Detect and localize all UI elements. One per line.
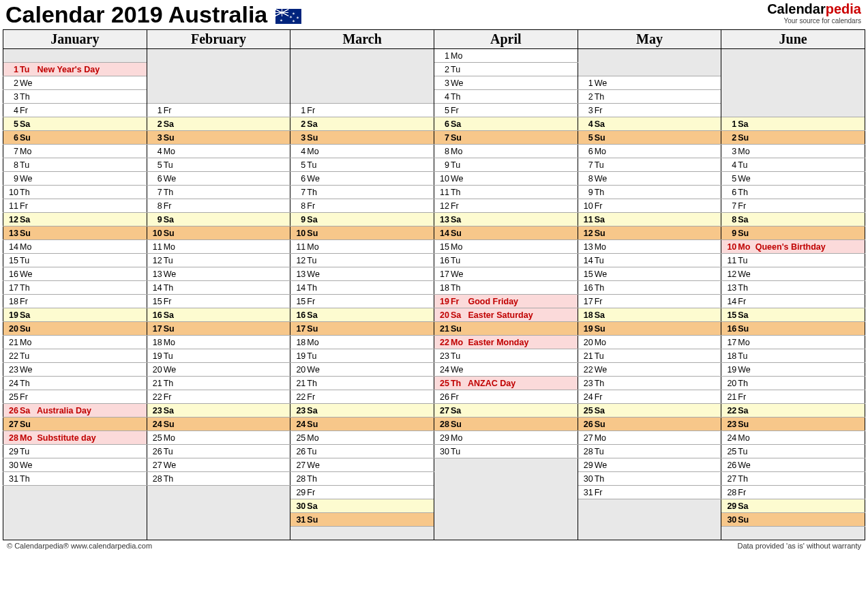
day-of-week: Tu [164,351,179,361]
day-cell: 4Sa [578,117,721,131]
day-number: 16 [150,310,162,320]
day-number: 9 [437,160,449,170]
day-number: 11 [150,242,162,252]
day-of-week: Su [20,420,35,429]
day-cell: 12Su [578,226,721,240]
day-cell: 7Th [290,186,434,199]
day-number: 23 [724,420,736,429]
holiday-label: Easter Saturday [466,310,533,320]
day-of-week: Th [20,474,35,484]
day-of-week: Su [595,420,610,429]
day-cell: 29Mo [434,431,578,445]
day-cell: 10Fr [578,199,721,213]
day-number: 29 [581,460,593,470]
day-cell: 16Su [721,322,865,336]
calendar-row: 9We6We6We10We8We5We [3,172,865,186]
day-cell: 2Sa [147,117,290,131]
day-of-week: Mo [307,147,322,156]
day-cell: 5Fr [434,104,578,117]
day-of-week: Mo [595,242,610,252]
day-number: 13 [724,283,736,293]
brand-name-part1: Calendar [767,1,826,16]
day-of-week: Sa [164,406,179,415]
day-of-week: Th [595,188,610,197]
day-of-week: We [164,269,179,279]
day-cell: 4Fr [3,104,147,117]
day-of-week: We [595,365,610,375]
day-number: 29 [437,433,449,443]
month-header: January [3,30,147,49]
day-of-week: Th [20,379,35,388]
day-cell: 12We [721,267,865,281]
day-number: 27 [6,420,18,429]
day-number: 15 [293,297,305,306]
day-number: 22 [293,392,305,402]
day-of-week: We [20,460,35,470]
day-cell: 26Fr [434,390,578,404]
holiday-label: ANZAC Day [466,379,515,388]
day-of-week: Mo [164,147,179,156]
day-of-week: Sa [595,406,610,415]
day-cell: 18Mo [290,336,434,349]
day-of-week: Sa [307,406,322,415]
day-cell: 6We [147,172,290,186]
blank-cell [434,458,578,540]
day-cell: 15Sa [721,308,865,322]
day-number: 4 [6,106,18,115]
day-of-week: Sa [20,119,35,129]
holiday-label: Queen's Birthday [753,242,825,252]
day-of-week: Tu [20,65,35,74]
day-cell: 5Tu [147,158,290,172]
day-of-week: Mo [738,433,753,443]
day-number: 22 [581,365,593,375]
day-number: 1 [150,106,162,115]
day-number: 5 [150,160,162,170]
day-cell: 23Tu [434,349,578,363]
day-of-week: Su [20,324,35,334]
day-number: 26 [724,460,736,470]
day-number: 20 [581,338,593,347]
day-of-week: Sa [738,406,753,415]
day-of-week: Mo [307,433,322,443]
day-number: 1 [581,78,593,88]
day-cell: 24Mo [721,431,865,445]
day-number: 1 [293,106,305,115]
day-cell: 20Th [721,377,865,390]
day-of-week: Th [20,188,35,197]
day-number: 10 [6,188,18,197]
day-number: 21 [293,379,305,388]
day-of-week: Tu [738,447,753,456]
day-number: 8 [581,174,593,184]
day-cell: 3Mo [721,145,865,158]
day-cell: 6We [290,172,434,186]
calendar-row: 20Su17Su17Su21Su19Su16Su [3,322,865,336]
day-number: 3 [6,92,18,102]
day-cell: 12Tu [147,254,290,267]
day-cell: 19Tu [147,349,290,363]
day-cell: 7Th [147,186,290,199]
calendar-row: 18Fr15Fr15Fr19Fr Good Friday17Fr14Fr [3,295,865,308]
day-number: 10 [437,174,449,184]
calendar-row: 19Sa16Sa16Sa20Sa Easter Saturday18Sa15Sa [3,308,865,322]
day-of-week: Mo [738,338,753,347]
calendar-row: 29Tu26Tu26Tu30Tu28Tu25Tu [3,445,865,458]
day-number: 15 [6,256,18,265]
day-cell: 25Fr [3,390,147,404]
day-number: 21 [437,324,449,334]
day-number: 3 [724,147,736,156]
day-of-week: Su [307,420,322,429]
day-of-week: Fr [451,106,466,115]
day-number: 20 [437,310,449,320]
day-of-week: Sa [738,215,753,224]
day-of-week: Th [164,283,179,293]
day-of-week: Fr [307,392,322,402]
day-of-week: We [20,174,35,184]
day-number: 17 [150,324,162,334]
day-number: 11 [581,215,593,224]
day-of-week: Su [738,324,753,334]
calendar-row: 27Su24Su24Su28Su26Su23Su [3,418,865,431]
day-number: 6 [150,174,162,184]
day-number: 22 [724,406,736,415]
day-number: 4 [437,92,449,102]
day-cell: 23We [3,363,147,377]
